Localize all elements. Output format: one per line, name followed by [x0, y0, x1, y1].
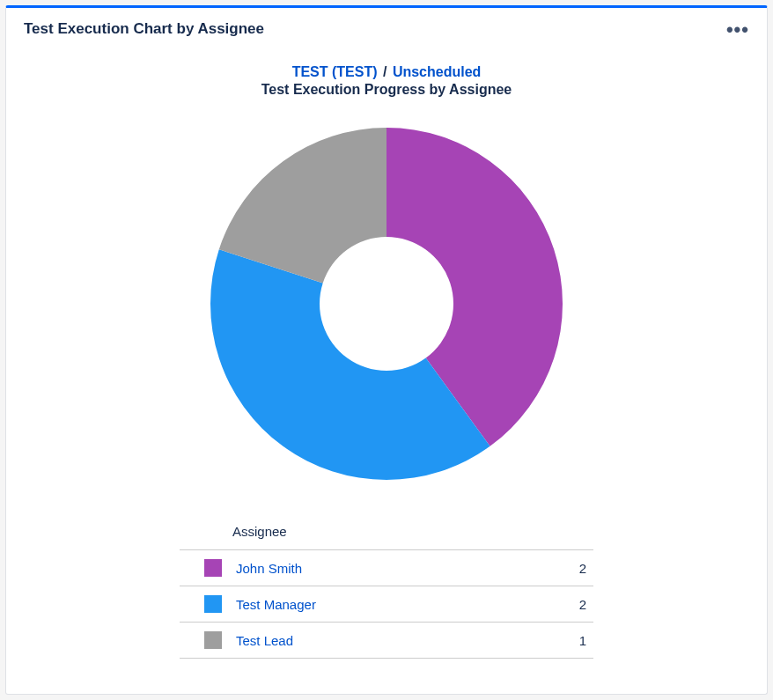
- legend-value-cell: 1: [541, 623, 593, 659]
- legend-swatch: [204, 595, 222, 613]
- legend-value-cell: 2: [541, 550, 593, 586]
- legend-swatch-cell: [180, 586, 229, 623]
- legend-swatch: [204, 559, 222, 577]
- legend-row: Test Lead1: [180, 623, 593, 659]
- legend-name-link[interactable]: John Smith: [236, 561, 302, 576]
- legend-name-link[interactable]: Test Lead: [236, 633, 293, 648]
- legend-name-cell: John Smith: [229, 550, 541, 586]
- breadcrumb-separator: /: [383, 64, 386, 79]
- breadcrumb-project-link[interactable]: TEST (TEST): [292, 64, 378, 79]
- card-title: Test Execution Chart by Assignee: [24, 20, 264, 38]
- legend-name-cell: Test Manager: [229, 586, 541, 623]
- breadcrumb-cycle-link[interactable]: Unscheduled: [393, 64, 481, 79]
- chart-subtitle: Test Execution Progress by Assignee: [6, 82, 767, 98]
- legend-column-header: Assignee: [180, 517, 593, 550]
- legend-name-link[interactable]: Test Manager: [236, 597, 316, 612]
- legend-value-cell: 2: [541, 586, 593, 623]
- legend-name-cell: Test Lead: [229, 623, 541, 659]
- legend-table: Assignee John Smith2Test Manager2Test Le…: [180, 517, 593, 659]
- legend-swatch-cell: [180, 550, 229, 586]
- legend-row: John Smith2: [180, 550, 593, 586]
- breadcrumb: TEST (TEST) / Unscheduled: [6, 64, 767, 80]
- donut-chart: [6, 122, 767, 485]
- legend-swatch-cell: [180, 623, 229, 659]
- chart-titles: TEST (TEST) / Unscheduled Test Execution…: [6, 64, 767, 98]
- legend-row: Test Manager2: [180, 586, 593, 623]
- more-icon[interactable]: •••: [726, 21, 749, 38]
- chart-card: Test Execution Chart by Assignee ••• TES…: [5, 5, 768, 695]
- legend-swatch: [204, 631, 222, 649]
- card-header: Test Execution Chart by Assignee •••: [6, 8, 767, 43]
